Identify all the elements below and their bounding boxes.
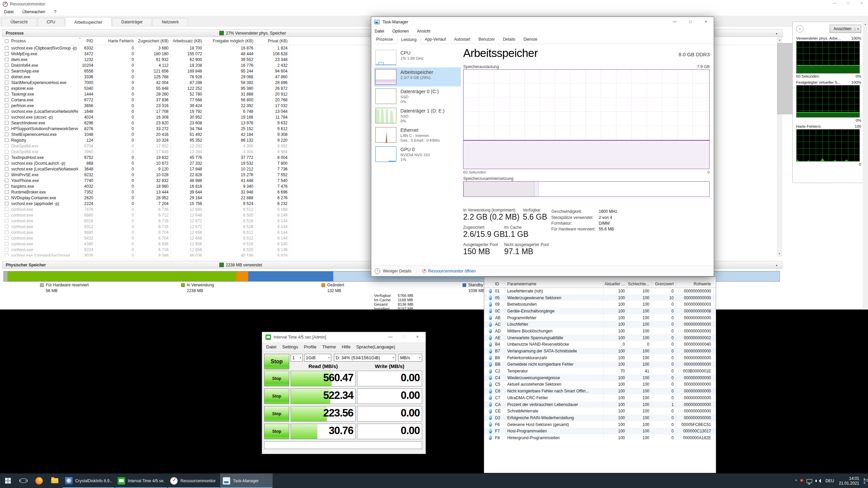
performance-sidebar-item[interactable]: Arbeitsspeicher 2.3/7.9 GB (29%) <box>374 67 461 86</box>
memory-usage-graph[interactable] <box>463 69 710 169</box>
smart-row[interactable]: CA Prozent der verbrauchten Lebensdauer … <box>484 401 716 408</box>
interval-titlebar[interactable]: Interval Time 4/5 sec [Admin] — □ × <box>262 332 426 342</box>
performance-sidebar-item[interactable]: Ethernet LAN C - Internet Ges.: 0 Empf.:… <box>374 125 461 144</box>
settings-dropdown[interactable]: 1GiB▾ <box>304 354 331 362</box>
resmon-minimize-button[interactable]: — <box>830 1 839 5</box>
process-checkbox[interactable] <box>5 121 8 125</box>
taskbar-app-button[interactable]: CrystalDiskInfo 8.9.... <box>62 473 115 488</box>
taskmgr-menu-item[interactable]: Optionen <box>392 29 409 34</box>
process-checkbox[interactable] <box>5 150 8 154</box>
smart-col-raw[interactable]: Rohwerte <box>676 280 713 287</box>
process-checkbox[interactable] <box>5 156 8 159</box>
smart-col-name[interactable]: Parametername <box>505 280 604 287</box>
process-checkbox[interactable] <box>5 173 8 177</box>
column-header-zugesichert[interactable]: Zugesichert (KB) <box>136 37 171 45</box>
taskmgr-tab[interactable]: Dienste <box>519 35 541 44</box>
settings-dropdown[interactable]: D: 34% (534/1561GiB)▾ <box>334 354 396 362</box>
smart-row[interactable]: B7 Verlangsamung der SATA-Schnittstelle … <box>484 348 716 354</box>
resmon-tab[interactable]: Übersicht <box>1 18 37 26</box>
stop-row-button[interactable]: Stop <box>264 371 289 386</box>
process-checkbox[interactable] <box>5 184 8 188</box>
memory-composition-bar[interactable] <box>463 181 710 197</box>
file-explorer-button[interactable] <box>47 473 62 488</box>
process-checkbox[interactable] <box>5 109 8 113</box>
resmon-close-button[interactable]: × <box>857 1 866 5</box>
smart-col-worst[interactable]: Schlechte... <box>627 280 652 287</box>
select-all-checkbox[interactable] <box>5 39 8 43</box>
process-checkbox[interactable] <box>5 219 8 223</box>
process-checkbox[interactable] <box>5 92 8 96</box>
smart-row[interactable]: F6 Gelesene Host-Sektoren (gesamt) 100 1… <box>484 421 716 428</box>
column-header-arbeitssatz[interactable]: Arbeitssatz (KB) <box>171 37 204 45</box>
smart-row[interactable]: C7 UltraDMA-CRC-Fehler 100 100 0 0000000… <box>484 394 716 401</box>
settings-dropdown[interactable]: 1▾ <box>291 354 303 362</box>
performance-sidebar-item[interactable]: GPU 0 NVIDIA NVS 310 1% <box>374 145 461 164</box>
process-checkbox[interactable] <box>5 63 8 67</box>
process-checkbox[interactable] <box>5 190 8 194</box>
process-checkbox[interactable] <box>5 207 8 211</box>
process-checkbox[interactable] <box>5 144 8 148</box>
stop-row-button[interactable]: Stop <box>264 424 289 439</box>
resmon-menu-item[interactable]: Datei <box>4 9 14 14</box>
smart-row[interactable]: F7 Host-Programmseiten 100 100 0 000000C… <box>484 428 716 434</box>
speaker-icon[interactable] <box>817 479 821 483</box>
taskbar-app-button[interactable]: Ressourcenmonitor <box>167 473 220 488</box>
smart-row[interactable]: AC Löschfehler 100 100 0 000000000000 <box>484 321 716 328</box>
process-checkbox[interactable] <box>5 179 8 182</box>
firefox-button[interactable] <box>31 473 47 488</box>
tray-expand-icon[interactable]: ^ <box>795 479 797 483</box>
interval-menu-item[interactable]: Hilfe <box>342 344 351 349</box>
process-list-scrollbar[interactable]: ▴ ▾ <box>777 37 782 257</box>
taskmgr-tab[interactable]: Leistung <box>397 36 420 44</box>
process-checkbox[interactable] <box>5 138 8 142</box>
process-checkbox[interactable] <box>5 167 8 171</box>
process-checkbox[interactable] <box>5 104 8 107</box>
interval-minimize-button[interactable]: — <box>383 332 397 342</box>
taskmgr-tab[interactable]: Prozesse <box>372 35 397 44</box>
interval-maximize-button[interactable]: □ <box>397 332 411 342</box>
resmon-tab[interactable]: Arbeitsspeicher <box>65 17 112 26</box>
process-checkbox[interactable] <box>5 202 8 205</box>
performance-sidebar-item[interactable]: CPU 1% 1.89 GHz <box>374 48 461 67</box>
process-checkbox[interactable] <box>5 196 8 200</box>
process-checkbox[interactable] <box>5 127 8 130</box>
interval-menu-item[interactable]: Sprache(Language) <box>356 344 395 349</box>
panel-collapse-icon[interactable]: › <box>796 25 804 33</box>
views-button[interactable]: Ansichten ▾ <box>830 25 861 33</box>
notification-center-button[interactable]: 1 <box>864 479 865 483</box>
task-view-button[interactable] <box>16 473 31 488</box>
taskmgr-tab[interactable]: Benutzer <box>474 35 499 44</box>
column-header-privat[interactable]: Privat (KB) <box>255 37 290 45</box>
taskmgr-maximize-button[interactable]: □ <box>683 17 698 27</box>
smart-row[interactable]: AE Unerwartete Spannungsabfälle 100 100 … <box>484 334 716 341</box>
stop-row-button[interactable]: Stop <box>264 406 289 422</box>
process-checkbox[interactable] <box>5 75 8 79</box>
scroll-down-icon[interactable]: ▾ <box>777 251 782 257</box>
smart-row[interactable]: D2 Erfolgreiche RAIN-Wiederherstellung 1… <box>484 414 716 421</box>
interval-menu-item[interactable]: Datei <box>266 344 276 349</box>
smart-row[interactable]: AB Programmfehler 100 100 0 000000000000 <box>484 314 716 321</box>
resmon-menu-item[interactable]: ? <box>54 9 56 14</box>
process-checkbox[interactable] <box>5 225 8 228</box>
taskmgr-tab[interactable]: App-Verlauf <box>420 35 450 44</box>
process-checkbox[interactable] <box>5 253 8 257</box>
processes-collapse-icon[interactable]: ▴ <box>774 30 780 36</box>
smart-row[interactable]: CE Schreibfehlerrate 100 100 0 000000000… <box>484 408 716 414</box>
taskmgr-titlebar[interactable]: Task-Manager <box>371 17 714 27</box>
process-checkbox[interactable] <box>5 115 8 119</box>
smart-row[interactable]: AD Mittlere Blocklöschungen 100 100 0 00… <box>484 328 716 334</box>
stop-row-button[interactable]: Stop <box>264 388 289 404</box>
smart-row[interactable]: 01 Lesefehlerrate (roh) 100 100 0 000000… <box>484 288 716 294</box>
process-checkbox[interactable] <box>5 230 8 234</box>
process-checkbox[interactable] <box>5 58 8 61</box>
interval-menu-item[interactable]: Profile <box>304 344 316 349</box>
smart-row[interactable]: 05 Wiederzugewiesene Sektoren 100 100 10… <box>484 294 716 301</box>
column-header-pid[interactable]: PID <box>78 37 95 45</box>
settings-dropdown[interactable]: MB/s▾ <box>398 354 422 362</box>
smart-col-id[interactable]: ID <box>494 280 505 287</box>
smart-row[interactable]: B8 Fehlerkorrekturanzahl 100 100 0 00000… <box>484 354 716 361</box>
process-checkbox[interactable] <box>5 69 8 73</box>
taskmgr-menu-item[interactable]: Ansicht <box>417 29 430 34</box>
resmon-menu-item[interactable]: Überwachen <box>22 9 45 14</box>
taskbar-app-button[interactable]: Interval Time 4/5 se... <box>115 473 167 488</box>
